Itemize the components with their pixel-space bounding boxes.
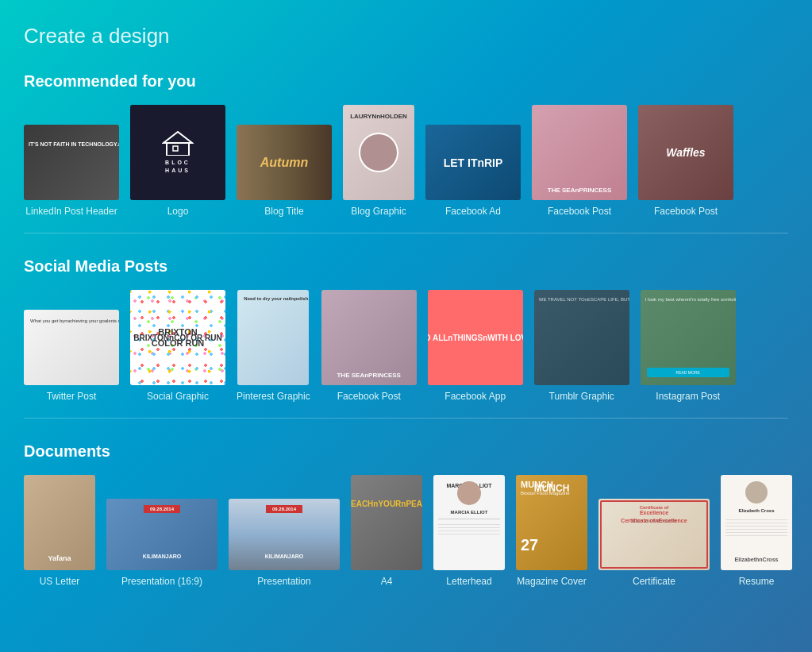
social-graphic-text: BRIXTONCOLOR RUN <box>152 326 205 349</box>
social-title: Social Media Posts <box>24 257 788 276</box>
recommended-section: Recommended for you LinkedIn Post Header <box>24 72 788 233</box>
logo-text: BLOCHAUS <box>165 159 190 175</box>
instagram-cta: READ MORE <box>647 368 729 377</box>
letterhead-avatar <box>457 481 481 505</box>
facebook-post1-thumb <box>532 105 627 200</box>
facebook-post2-thumb <box>638 105 733 200</box>
documents-title: Documents <box>24 442 788 461</box>
yafana-brand: Yafana <box>48 554 71 562</box>
instagram-thumb: READ MORE <box>641 290 736 385</box>
letterhead-name: MARCIA ELLIOT <box>451 510 488 515</box>
logo-inner: BLOCHAUS <box>162 130 194 175</box>
facebook-ad-thumb <box>425 125 521 200</box>
design-item-presentation[interactable]: 09.28.2014 Presentation <box>229 499 340 587</box>
facebook-ad-label: Facebook Ad <box>445 206 501 217</box>
logo-thumb: BLOCHAUS <box>130 105 225 200</box>
design-item-social-graphic[interactable]: BRIXTONCOLOR RUN Social Graphic <box>130 290 225 402</box>
documents-items-row: Yafana US Letter 09.28.2014 Presentation… <box>24 475 788 587</box>
twitter-thumb <box>24 310 119 385</box>
facebook-post2-label: Facebook Post <box>654 206 718 217</box>
magazine-subtitle: Brixton Food Magazine <box>521 491 570 496</box>
design-item-us-letter[interactable]: Yafana US Letter <box>24 475 95 587</box>
resume-name: Elizabeth Cross <box>738 508 774 513</box>
resume-label: Resume <box>739 576 775 587</box>
design-item-blog-title[interactable]: Blog Title <box>237 125 332 217</box>
pres-wide-thumb: 09.28.2014 <box>106 499 217 570</box>
magazine-label: Magazine Cover <box>517 576 586 587</box>
social-items-row: Twitter Post BRIXTONCOLOR RUN Social Gra… <box>24 290 788 402</box>
page-title: Create a design <box>24 24 788 48</box>
design-item-tumblr[interactable]: Tumblr Graphic <box>534 290 629 402</box>
certificate-label: Certificate <box>633 576 675 587</box>
tumblr-label: Tumblr Graphic <box>549 391 614 402</box>
certificate-thumb: Certificate of Excellence NOAH ZACHARY S… <box>598 499 710 570</box>
facebook-app-thumb <box>428 290 523 385</box>
pres-wide-label: Presentation (16:9) <box>121 576 202 587</box>
blog-graphic-label: Blog Graphic <box>351 206 406 217</box>
blog-graphic-thumb <box>343 105 414 200</box>
presentation-label: Presentation <box>257 576 310 587</box>
pinterest-label: Pinterest Graphic <box>237 391 310 402</box>
design-item-facebook-post-2[interactable]: Facebook Post <box>638 105 733 217</box>
design-item-magazine[interactable]: MUNCH Brixton Food Magazine 27 Magazine … <box>516 475 587 587</box>
linkedin-thumb <box>24 125 119 200</box>
us-letter-label: US Letter <box>40 576 80 587</box>
recommended-title: Recommended for you <box>24 72 788 91</box>
tumblr-thumb <box>534 290 629 385</box>
recommended-items-row: LinkedIn Post Header BLOCHAUS <box>24 105 788 217</box>
magazine-title: MUNCH <box>521 480 553 489</box>
svg-rect-2 <box>173 146 178 151</box>
facebook-post-sea-label: Facebook Post <box>337 391 401 402</box>
page-container: Create a design Recommended for you Link… <box>0 0 812 652</box>
social-graphic-label: Social Graphic <box>147 391 209 402</box>
facebook-post1-label: Facebook Post <box>548 206 611 217</box>
avatar-circle <box>359 133 398 172</box>
documents-section: Documents Yafana US Letter 09.28.2014 Pr… <box>24 442 788 603</box>
facebook-app-label: Facebook App <box>444 391 506 402</box>
a4-label: A4 <box>381 576 393 587</box>
resume-avatar <box>745 481 768 503</box>
design-item-facebook-app[interactable]: Facebook App <box>428 290 523 402</box>
svg-marker-0 <box>164 132 192 143</box>
letterhead-label: Letterhead <box>446 576 491 587</box>
blog-title-label: Blog Title <box>264 206 303 217</box>
resume-lines <box>725 519 787 538</box>
pres-thumb: 09.28.2014 <box>229 499 340 570</box>
design-item-certificate[interactable]: Certificate of Excellence NOAH ZACHARY S… <box>598 499 710 587</box>
design-item-facebook-ad[interactable]: Facebook Ad <box>425 125 521 217</box>
us-letter-thumb: Yafana <box>24 475 95 570</box>
resume-thumb: Elizabeth Cross <box>721 475 792 570</box>
cert-border <box>600 500 708 569</box>
letterhead-divider <box>438 519 500 519</box>
letterhead-lines <box>438 524 500 537</box>
a4-thumb <box>351 475 422 570</box>
social-section: Social Media Posts Twitter Post BRIXTONC… <box>24 257 788 419</box>
design-item-resume[interactable]: Elizabeth Cross Resume <box>721 475 792 587</box>
instagram-label: Instagram Post <box>656 391 720 402</box>
design-item-facebook-post-1[interactable]: Facebook Post <box>532 105 627 217</box>
design-item-linkedin[interactable]: LinkedIn Post Header <box>24 125 119 217</box>
design-item-letterhead[interactable]: MARCIA ELLIOT Letterhead <box>433 475 505 587</box>
facebook-post-sea-thumb <box>321 290 417 385</box>
design-item-facebook-post-sea[interactable]: Facebook Post <box>321 290 417 402</box>
blog-title-thumb <box>237 125 332 200</box>
magazine-thumb: MUNCH Brixton Food Magazine 27 <box>516 475 587 570</box>
pinterest-thumb <box>237 290 309 385</box>
magazine-number: 27 <box>521 536 538 554</box>
design-item-blog-graphic[interactable]: Blog Graphic <box>343 105 414 217</box>
pres-wide-date: 09.28.2014 <box>144 505 180 513</box>
design-item-pinterest[interactable]: Pinterest Graphic <box>237 290 310 402</box>
design-item-twitter[interactable]: Twitter Post <box>24 310 119 402</box>
letterhead-thumb: MARCIA ELLIOT <box>433 475 505 570</box>
design-item-instagram[interactable]: READ MORE Instagram Post <box>641 290 736 402</box>
pres-date: 09.28.2014 <box>266 505 302 513</box>
design-item-a4[interactable]: A4 <box>351 475 422 587</box>
design-item-pres-wide[interactable]: 09.28.2014 Presentation (16:9) <box>106 499 217 587</box>
house-icon <box>162 130 194 156</box>
linkedin-label: LinkedIn Post Header <box>25 206 117 217</box>
twitter-label: Twitter Post <box>47 391 97 402</box>
social-graphic-thumb: BRIXTONCOLOR RUN <box>130 290 225 385</box>
logo-label: Logo <box>167 206 189 217</box>
design-item-logo[interactable]: BLOCHAUS Logo <box>130 105 225 217</box>
